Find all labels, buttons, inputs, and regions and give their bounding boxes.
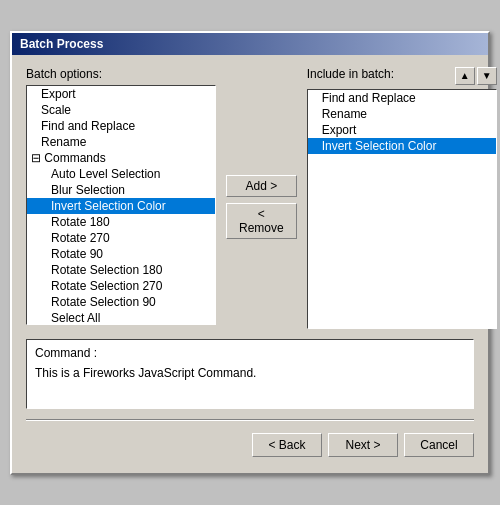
right-top: Include in batch: ▲ ▼	[307, 67, 497, 85]
list-item[interactable]: Invert Selection Color	[27, 198, 215, 214]
include-in-batch-label: Include in batch:	[307, 67, 451, 81]
list-item[interactable]: Blur Selection	[27, 182, 215, 198]
list-item[interactable]: Rotate Selection 90	[27, 294, 215, 310]
include-in-batch-list[interactable]: Find and ReplaceRenameExportInvert Selec…	[307, 89, 497, 329]
command-section: Command : This is a Fireworks JavaScript…	[26, 339, 474, 409]
left-panel: Batch options: ExportScaleFind and Repla…	[26, 67, 216, 329]
list-item[interactable]: Rotate 90	[27, 246, 215, 262]
list-item[interactable]: Export	[27, 86, 215, 102]
arrow-up-icon: ▲	[460, 70, 470, 81]
list-item[interactable]: ⊟ Commands	[27, 150, 215, 166]
batch-options-label: Batch options:	[26, 67, 216, 81]
list-item[interactable]: Rotate 270	[27, 230, 215, 246]
command-description: This is a Fireworks JavaScript Command.	[35, 366, 465, 380]
dialog-title: Batch Process	[20, 37, 103, 51]
arrow-down-button[interactable]: ▼	[477, 67, 497, 85]
list-item[interactable]: Rotate Selection 180	[27, 262, 215, 278]
list-item[interactable]: Scale	[27, 102, 215, 118]
list-item[interactable]: Rotate Selection 270	[27, 278, 215, 294]
next-button[interactable]: Next >	[328, 433, 398, 457]
list-item[interactable]: Find and Replace	[27, 118, 215, 134]
list-item[interactable]: Auto Level Selection	[27, 166, 215, 182]
right-panel: Include in batch: ▲ ▼ Find and ReplaceRe…	[307, 67, 497, 329]
cancel-button[interactable]: Cancel	[404, 433, 474, 457]
command-label: Command :	[35, 346, 465, 360]
list-item[interactable]: Rotate 180	[27, 214, 215, 230]
middle-buttons: Add > < Remove	[226, 67, 297, 329]
arrow-buttons: ▲ ▼	[455, 67, 497, 85]
arrow-down-icon: ▼	[482, 70, 492, 81]
title-bar: Batch Process	[12, 33, 488, 55]
batch-process-dialog: Batch Process Batch options: ExportScale…	[10, 31, 490, 475]
bottom-buttons: < Back Next > Cancel	[26, 433, 474, 461]
list-item[interactable]: Rename	[308, 106, 496, 122]
list-item[interactable]: Rename	[27, 134, 215, 150]
add-button[interactable]: Add >	[226, 175, 297, 197]
list-item[interactable]: Find and Replace	[308, 90, 496, 106]
batch-options-list[interactable]: ExportScaleFind and ReplaceRename⊟ Comma…	[26, 85, 216, 325]
list-item[interactable]: Export	[308, 122, 496, 138]
list-item[interactable]: Invert Selection Color	[308, 138, 496, 154]
remove-button[interactable]: < Remove	[226, 203, 297, 239]
divider	[26, 419, 474, 421]
list-item[interactable]: Select All	[27, 310, 215, 325]
back-button[interactable]: < Back	[252, 433, 322, 457]
arrow-up-button[interactable]: ▲	[455, 67, 475, 85]
